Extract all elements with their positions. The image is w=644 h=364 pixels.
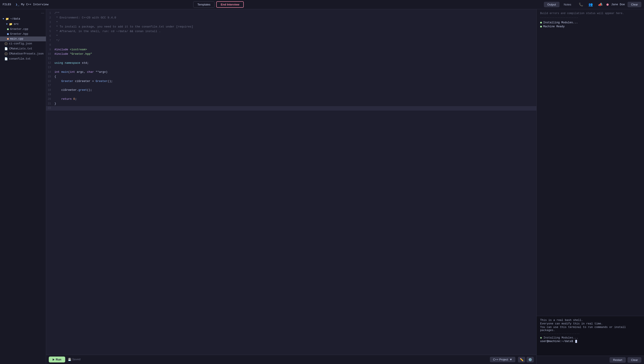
templates-button[interactable]: Templates [193, 1, 214, 8]
chevron-down-icon-project: ▼ [510, 358, 512, 361]
sidebar-header: ⋯ [0, 11, 46, 16]
code-line-21: 21 } [46, 102, 536, 106]
sidebar-root-folder[interactable]: ▼ 📁 ~/data [0, 16, 46, 22]
terminal-cursor [575, 340, 577, 343]
output-tab[interactable]: Output [544, 2, 560, 7]
terminal-installing-text: Installing Modules... [544, 336, 578, 339]
terminal-bottom-bar: Restart Clear [537, 356, 644, 364]
terminal-area[interactable]: This is a real bash shell. Everyone can … [537, 316, 644, 356]
src-folder-name: src [14, 23, 19, 26]
status-dot-ready [540, 26, 542, 28]
code-line-8: 8 [46, 43, 536, 48]
status-dot [606, 4, 609, 6]
main-cpp-dot [7, 38, 9, 40]
greeter-cpp-name: Greeter.cpp [10, 28, 28, 31]
cmake-user-presets-name: CMakeUserPresets.json [9, 52, 44, 55]
code-line-3: 3 * [46, 20, 536, 25]
folder-icon: 📁 [6, 17, 9, 21]
editor-panel: 1 /** 2 * Environment: C++20 with GCC 9.… [46, 9, 536, 364]
greeter-cpp-dot [7, 28, 9, 30]
right-panel: Build errors and compilation status will… [536, 9, 644, 364]
terminal-line-3: You can use this terminal to run command… [540, 326, 640, 332]
code-line-5: 5 * Afterward, in the shell, run: cd ~/d… [46, 29, 536, 34]
greeter-hpp-name: Greeter.hpp [10, 33, 28, 36]
code-line-10: 10 #include "Greeter.hpp" [46, 52, 536, 57]
code-line-20: 20 return 0; [46, 97, 536, 102]
sidebar-file-conanfile[interactable]: 📄 conanfile.txt [0, 56, 46, 62]
output-status-installing: Installing Modules... [540, 21, 640, 24]
save-icon: 💾 [68, 358, 71, 361]
sidebar-file-main-cpp[interactable]: main.cpp [0, 37, 46, 41]
src-folder-icon: 📁 [9, 23, 12, 26]
terminal-line-5: ◉ Installing Modules... [540, 336, 640, 339]
run-button[interactable]: Run [49, 356, 65, 362]
output-status1-text: Installing Modules... [543, 21, 578, 24]
code-line-11: 11 [46, 57, 536, 61]
output-status2-text: Machine Ready [543, 25, 565, 28]
terminal-prompt-text: user@machine:~/data$ [540, 340, 575, 343]
code-line-18: 18 ciGreeter.greet(); [46, 88, 536, 93]
conanfile-icon: 📄 [4, 57, 8, 61]
code-line-15: 15 { [46, 75, 536, 79]
output-divider: ------------------------ [540, 16, 640, 19]
status-dot-installing [540, 22, 542, 24]
edit-icon-button[interactable]: ✏️ [518, 357, 525, 362]
terminal-line-2: Everyone can modify this in real time. [540, 322, 640, 325]
sidebar-file-cmakelists[interactable]: 📄 CMakeLists.txt [0, 46, 46, 51]
sidebar-file-cmake-user-presets[interactable]: {} CMakeUserPresets.json [0, 51, 46, 56]
cmake-user-presets-icon: {} [4, 52, 8, 55]
run-label: Run [56, 358, 61, 361]
top-right-actions: Output Notes 📞 👥 📣 Jane Doe Clear [544, 2, 642, 8]
phone-icon[interactable]: 📞 [578, 2, 584, 8]
sidebar-more-button[interactable]: ⋯ [41, 12, 44, 15]
code-line-19: 19 [46, 93, 536, 97]
main-cpp-name: main.cpp [10, 37, 23, 41]
main-layout: ⋯ ▼ 📁 ~/data ▼ 📁 src Greeter.cpp Greeter… [0, 9, 644, 364]
people-icon[interactable]: 👥 [587, 2, 594, 8]
output-area: Build errors and compilation status will… [537, 9, 644, 316]
saved-label: 💾 Saved [68, 358, 80, 361]
notes-tab[interactable]: Notes [560, 2, 575, 7]
greeter-hpp-dot [7, 33, 9, 35]
terminal-prompt-line: user@machine:~/data$ [540, 340, 640, 343]
sidebar: ⋯ ▼ 📁 ~/data ▼ 📁 src Greeter.cpp Greeter… [0, 9, 46, 364]
ci-config-name: ci-config.json [9, 42, 32, 45]
code-line-17: 17 [46, 84, 536, 88]
clear-bottom-button[interactable]: Clear [628, 357, 641, 363]
files-label: FILES [3, 3, 11, 6]
conanfile-name: conanfile.txt [9, 57, 31, 60]
clear-top-button[interactable]: Clear [628, 2, 641, 7]
code-line-14: 14 int main(int argc, char **argv) [46, 70, 536, 75]
terminal-icon: ❯_ [16, 3, 19, 6]
restart-button[interactable]: Restart [610, 357, 626, 363]
sidebar-file-greeter-hpp[interactable]: Greeter.hpp [0, 32, 46, 37]
chevron-down-icon-src: ▼ [6, 23, 8, 26]
settings-icon-button[interactable]: ⚙️ [526, 357, 534, 362]
code-line-22: 22 [46, 106, 536, 111]
code-line-12: 12 using namespace std; [46, 61, 536, 66]
sidebar-src-folder[interactable]: ▼ 📁 src [0, 22, 46, 27]
run-triangle-icon [53, 358, 54, 361]
code-line-9: 9 #include <iostream> [46, 48, 536, 52]
sidebar-file-ci-config[interactable]: {} ci-config.json [0, 41, 46, 46]
terminal-divider: ------------------------ [540, 332, 640, 335]
root-folder-name: ~/data [10, 17, 20, 21]
code-editor[interactable]: 1 /** 2 * Environment: C++20 with GCC 9.… [46, 9, 536, 355]
end-interview-button[interactable]: End Interview [216, 1, 244, 8]
code-line-13: 13 [46, 66, 536, 70]
output-status-ready: Machine Ready [540, 25, 640, 28]
project-label: C++ Project [493, 358, 508, 361]
ci-config-icon: {} [4, 42, 8, 45]
megaphone-icon[interactable]: 📣 [597, 2, 604, 8]
chevron-down-icon: ▼ [3, 18, 4, 20]
editor-title: ❯_ My C++ Interview [16, 3, 48, 6]
project-selector[interactable]: C++ Project ▼ [490, 357, 515, 362]
cmakelists-icon: 📄 [4, 47, 8, 51]
code-line-2: 2 * Environment: C++20 with GCC 9.4.0 [46, 16, 536, 20]
bottom-bar: Run 💾 Saved C++ Project ▼ ✏️ ⚙️ [46, 355, 536, 364]
build-hint: Build errors and compilation status will… [540, 12, 640, 15]
sidebar-file-greeter-cpp[interactable]: Greeter.cpp [0, 27, 46, 32]
cmakelists-name: CMakeLists.txt [9, 47, 32, 50]
bottom-right-icons: ✏️ ⚙️ [518, 357, 534, 362]
terminal-line-1: This is a real bash shell. [540, 319, 640, 322]
